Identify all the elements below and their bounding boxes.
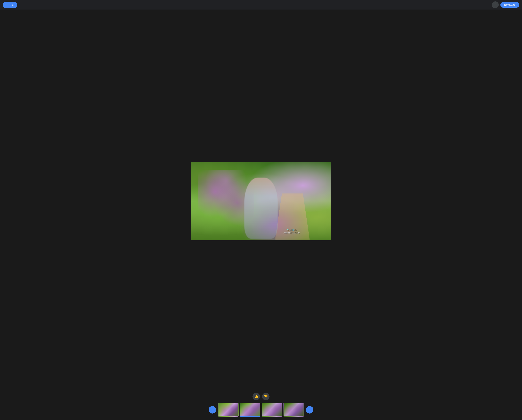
thumbnails-container [218,403,304,417]
thumbnail-item[interactable] [240,403,260,417]
main-image: 🧚 ahhh fs AHHHHFS.COM [191,162,331,240]
edit-label: Edit [10,3,14,6]
next-button[interactable]: → [306,406,313,413]
more-icon: ⋮ [494,3,497,7]
header-right: ⋮ Download [492,1,519,8]
main-image-container: 🧚 ahhh fs AHHHHFS.COM [0,9,522,393]
thumbnail-item[interactable] [262,403,282,417]
thumbnail-item[interactable] [218,403,238,417]
main-content: 🧚 ahhh fs AHHHHFS.COM 👍 👎 ← [0,9,522,420]
thumbnail-strip: ← → [209,403,313,417]
watermark-text: AHHHHFS.COM [284,232,300,234]
edit-button[interactable]: ← Edit [3,2,17,8]
next-icon: → [308,408,311,412]
figure-element [244,178,278,239]
dislike-icon: 👎 [264,395,268,398]
more-options-button[interactable]: ⋮ [492,1,499,8]
watermark: 🧚 ahhh fs AHHHHFS.COM [284,229,300,234]
like-button[interactable]: 👍 [253,393,260,400]
photo-overlay [191,162,331,240]
download-button[interactable]: Download [500,2,519,8]
prev-icon: ← [211,408,214,412]
like-icon: 👍 [254,395,258,398]
thumbnail-item[interactable] [284,403,304,417]
header-left: ← Edit [3,2,17,8]
main-image-inner: 🧚 ahhh fs AHHHHFS.COM [191,162,331,240]
dislike-button[interactable]: 👎 [262,393,269,400]
header: ← Edit ⋮ Download [0,0,522,9]
bottom-section: 👍 👎 ← → [209,393,313,420]
prev-button[interactable]: ← [209,406,216,413]
back-arrow-icon: ← [6,3,9,7]
action-buttons: 👍 👎 [253,393,269,400]
download-label: Download [504,3,515,6]
watermark-logo: 🧚 ahhh fs [287,229,297,231]
